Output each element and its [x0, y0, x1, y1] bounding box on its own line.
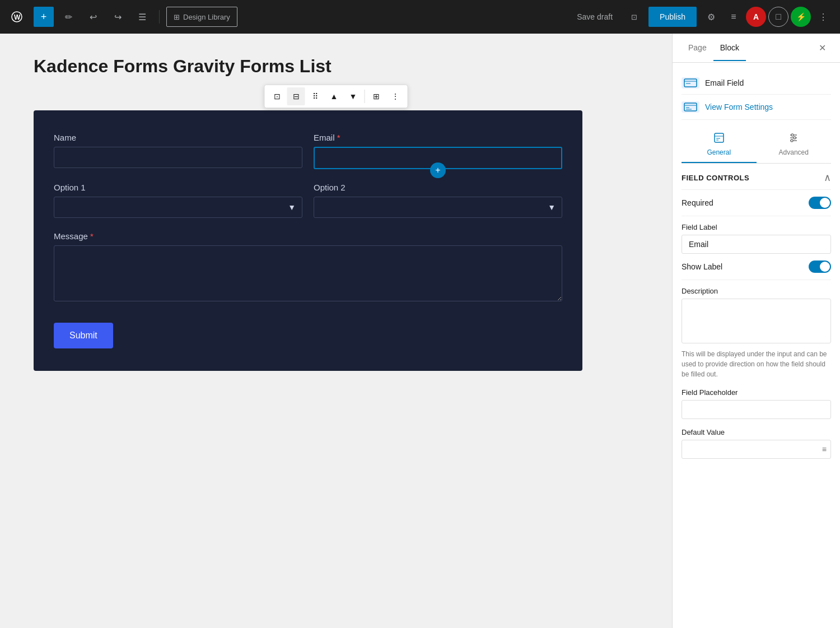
field-label-input[interactable] — [682, 235, 831, 254]
default-value-title: Default Value — [682, 428, 831, 436]
toolbar-divider-1 — [159, 10, 160, 24]
avatar-button[interactable]: A — [746, 7, 766, 27]
submit-button[interactable]: Submit — [54, 323, 113, 348]
panel-close-button[interactable]: ✕ — [813, 39, 831, 57]
placeholder-title: Field Placeholder — [682, 388, 831, 397]
show-label-toggle[interactable] — [809, 260, 831, 273]
name-input[interactable] — [54, 147, 302, 168]
default-value-icon[interactable]: ≡ — [822, 445, 827, 454]
description-helper: This will be displayed under the input a… — [682, 349, 831, 379]
show-label-row: Show Label — [682, 254, 831, 280]
undo-button[interactable]: ↩ — [83, 7, 103, 27]
content-area: Kadence Forms Gravity Forms List ⊡ ⊟ ⠿ ▲… — [0, 34, 672, 628]
default-value-section: Default Value ≡ — [682, 428, 831, 459]
form-row-3: Message * — [54, 231, 562, 304]
svg-point-17 — [794, 137, 796, 139]
panel-header: Page Block ✕ — [673, 34, 840, 63]
required-field-row: Required — [682, 190, 831, 216]
email-field-item: Email Field — [682, 72, 831, 95]
svg-rect-9 — [715, 133, 724, 142]
design-library-button[interactable]: ⊞ Design Library — [166, 7, 237, 27]
field-label-title: Field Label — [682, 223, 831, 231]
redo-button[interactable]: ↪ — [108, 7, 128, 27]
option2-label: Option 2 — [314, 183, 562, 192]
svg-point-18 — [791, 139, 793, 142]
block-toolbar-btn-drag[interactable]: ⠿ — [306, 87, 324, 105]
publish-button[interactable]: Publish — [648, 7, 697, 27]
lightning-icon-button[interactable]: ⚡ — [791, 7, 811, 27]
view-button[interactable]: ⊡ — [624, 7, 644, 27]
description-section: Description This will be displayed under… — [682, 287, 831, 379]
view-form-settings-label: View Form Settings — [705, 103, 773, 111]
view-form-settings-icon — [682, 101, 699, 113]
block-toolbar-divider — [365, 90, 365, 103]
svg-point-16 — [791, 134, 794, 136]
layout-icon-button[interactable]: □ — [768, 7, 788, 27]
tab-general[interactable]: General — [682, 127, 757, 163]
wp-logo[interactable]: W — [7, 7, 27, 27]
form-block-wrapper: ⊡ ⊟ ⠿ ▲ ▼ ⊞ ⋮ Name Email — [34, 110, 638, 371]
brush-icon-button[interactable]: ✏ — [58, 7, 78, 27]
placeholder-input[interactable] — [682, 400, 831, 419]
grid-icon-button[interactable]: ≡ — [724, 7, 744, 27]
tab-general-label: General — [707, 148, 731, 156]
email-label: Email * — [314, 133, 562, 142]
svg-text:W: W — [14, 13, 21, 21]
name-label: Name — [54, 133, 302, 142]
description-title: Description — [682, 287, 831, 295]
block-toolbar: ⊡ ⊟ ⠿ ▲ ▼ ⊞ ⋮ — [264, 85, 408, 108]
option1-select[interactable] — [54, 197, 302, 218]
option1-col: Option 1 ▼ — [54, 183, 302, 218]
form-row-1: Name Email * + — [54, 133, 562, 169]
message-required-star: * — [90, 231, 94, 241]
block-toolbar-btn-2[interactable]: ⊟ — [287, 87, 305, 105]
tab-block[interactable]: Block — [713, 35, 746, 61]
field-controls-title: Field Controls — [682, 174, 749, 182]
default-value-input-wrapper: ≡ — [682, 440, 831, 459]
message-textarea[interactable] — [54, 245, 562, 301]
design-library-label: Design Library — [183, 13, 230, 21]
field-label-section: Field Label — [682, 223, 831, 254]
option2-select-wrapper: ▼ — [314, 197, 562, 218]
advanced-tab-icon — [788, 132, 799, 146]
default-value-input[interactable] — [682, 440, 831, 459]
required-toggle[interactable] — [809, 197, 831, 209]
description-textarea[interactable] — [682, 299, 831, 343]
view-form-settings-item[interactable]: View Form Settings — [682, 95, 831, 120]
option2-col: Option 2 ▼ — [314, 183, 562, 218]
tab-page[interactable]: Page — [682, 35, 713, 61]
list-view-button[interactable]: ☰ — [132, 7, 152, 27]
placeholder-section: Field Placeholder — [682, 388, 831, 419]
main-layout: Kadence Forms Gravity Forms List ⊡ ⊟ ⠿ ▲… — [0, 34, 840, 628]
email-field-label: Email Field — [705, 78, 744, 87]
field-controls-section-header[interactable]: Field Controls ∧ — [682, 164, 831, 190]
block-toolbar-btn-more[interactable]: ⋮ — [386, 87, 404, 105]
hb-icon-button[interactable]: ⚙ — [701, 7, 721, 27]
design-library-icon: ⊞ — [174, 13, 180, 21]
block-toolbar-btn-1[interactable]: ⊡ — [268, 87, 286, 105]
page-title: Kadence Forms Gravity Forms List — [34, 56, 638, 77]
message-label: Message * — [54, 231, 562, 241]
panel-content: Email Field View Form Settings — [673, 63, 840, 628]
form-row-2: Option 1 ▼ Option 2 ▼ — [54, 183, 562, 218]
required-label: Required — [682, 198, 713, 207]
main-toolbar: W + ✏ ↩ ↪ ☰ ⊞ Design Library Save draft … — [0, 0, 840, 34]
email-field-icon — [682, 77, 699, 89]
add-field-indicator[interactable]: + — [430, 162, 446, 178]
email-required-star: * — [337, 133, 340, 142]
block-tabs: General Advanced — [682, 127, 831, 164]
block-toolbar-btn-add[interactable]: ⊞ — [367, 87, 385, 105]
option2-select[interactable] — [314, 197, 562, 218]
block-toolbar-btn-down[interactable]: ▼ — [344, 87, 362, 105]
tab-advanced[interactable]: Advanced — [757, 127, 832, 163]
name-field-col: Name — [54, 133, 302, 169]
block-toolbar-btn-up[interactable]: ▲ — [325, 87, 343, 105]
show-label-text: Show Label — [682, 262, 722, 271]
save-draft-button[interactable]: Save draft — [570, 7, 619, 27]
more-options-button[interactable]: ⋮ — [813, 7, 833, 27]
add-block-button[interactable]: + — [34, 7, 54, 27]
message-col: Message * — [54, 231, 562, 304]
tab-advanced-label: Advanced — [779, 148, 809, 156]
general-tab-icon — [713, 132, 725, 146]
option1-select-wrapper: ▼ — [54, 197, 302, 218]
